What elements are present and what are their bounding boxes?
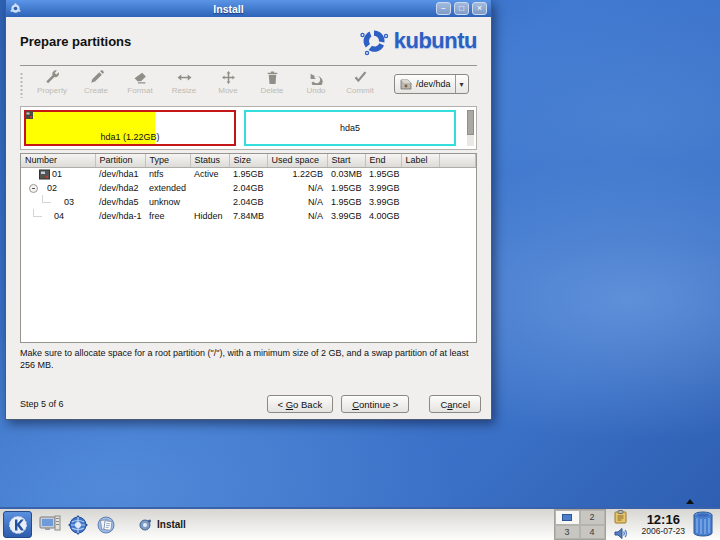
cancel-button[interactable]: Cancel — [429, 395, 481, 413]
tool-label: Move — [218, 86, 238, 95]
window-title: Install — [24, 3, 433, 15]
trash-icon — [265, 70, 280, 85]
kubuntu-logo: kubuntu — [359, 26, 477, 56]
col-end[interactable]: End — [365, 154, 401, 167]
pager-window-thumb — [562, 514, 572, 521]
close-button[interactable]: × — [472, 2, 487, 15]
clock-date: 2006-07-23 — [642, 527, 685, 536]
kubuntu-logo-icon — [359, 26, 389, 56]
col-status[interactable]: Status — [190, 154, 229, 167]
col-number[interactable]: Number — [21, 154, 95, 167]
tool-label: Commit — [346, 86, 374, 95]
wrench-icon — [45, 70, 60, 85]
partition-table: Number Partition Type Status Size Used s… — [20, 153, 477, 343]
col-label[interactable]: Label — [401, 154, 439, 167]
row-number: 03 — [64, 197, 74, 207]
panel-hide-arrow[interactable] — [686, 499, 694, 504]
hda5-label: hda5 — [246, 123, 454, 133]
col-filler — [439, 154, 476, 167]
taskbar-task-install[interactable]: Install — [130, 516, 194, 534]
device-selector[interactable]: /dev/hda ▾ — [394, 74, 469, 94]
disk-row-icon — [39, 169, 50, 180]
eraser-icon — [133, 70, 148, 85]
commit-check-icon — [353, 70, 368, 85]
tool-label: Property — [37, 86, 67, 95]
step-indicator: Step 5 of 6 — [20, 399, 259, 409]
desktop-window-icon — [39, 515, 61, 535]
toolbar: Property Create Format — [20, 66, 477, 106]
undo-button[interactable]: Undo — [294, 70, 338, 95]
col-start[interactable]: Start — [327, 154, 365, 167]
pager-desktop-2[interactable]: 2 — [580, 510, 605, 525]
tool-label: Delete — [260, 86, 283, 95]
col-size[interactable]: Size — [229, 154, 267, 167]
partition-bar-panel: hda1 (1.22GB) hda5 — [20, 106, 477, 150]
window-icon — [10, 3, 21, 14]
partition-bar-hda5[interactable]: hda5 — [244, 110, 456, 146]
klipper-clipboard-icon[interactable] — [614, 510, 627, 524]
volume-icon[interactable] — [614, 527, 628, 540]
konqueror-globe-icon — [67, 514, 89, 536]
maximize-button[interactable]: □ — [454, 2, 469, 15]
install-window: Install − □ × Prepare partitions — [5, 0, 492, 420]
go-back-button[interactable]: < Go Back — [267, 395, 334, 413]
toolbar-grip[interactable] — [20, 72, 23, 98]
tool-label: Undo — [306, 86, 325, 95]
partition-panel-scrollbar[interactable] — [467, 110, 474, 146]
install-task-icon — [138, 518, 152, 532]
documents-globe-icon — [95, 514, 117, 536]
titlebar[interactable]: Install − □ × — [6, 0, 491, 17]
note-text: Make sure to allocate space for a root p… — [20, 348, 482, 371]
minimize-button[interactable]: − — [436, 2, 451, 15]
tree-branch — [42, 195, 51, 203]
commit-button[interactable]: Commit — [338, 70, 382, 95]
resize-button[interactable]: Resize — [162, 70, 206, 95]
collapse-expander-icon[interactable] — [29, 184, 38, 193]
konqueror-launcher[interactable] — [64, 511, 92, 538]
trash-icon[interactable] — [691, 510, 715, 539]
format-button[interactable]: Format — [118, 70, 162, 95]
move-button[interactable]: Move — [206, 70, 250, 95]
table-row[interactable]: 03 /dev/hda5 unknow 2.04GB N/A 1.95GB 3.… — [21, 195, 476, 209]
resize-arrows-icon — [177, 70, 192, 85]
show-desktop-button[interactable] — [36, 511, 64, 538]
pager-desktop-4[interactable]: 4 — [580, 525, 605, 540]
device-selector-value: /dev/hda — [416, 79, 451, 89]
col-partition[interactable]: Partition — [95, 154, 145, 167]
create-icon — [89, 70, 104, 85]
system-launcher[interactable] — [92, 511, 120, 538]
row-number: 01 — [52, 169, 62, 179]
desktop: Install − □ × Prepare partitions — [0, 0, 720, 540]
row-number: 02 — [47, 183, 57, 193]
pager-desktop-3[interactable]: 3 — [555, 525, 580, 540]
table-row[interactable]: 01 /dev/hda1 ntfs Active 1.95GB 1.22GB 0… — [21, 167, 476, 181]
col-used-space[interactable]: Used space — [267, 154, 327, 167]
property-button[interactable]: Property — [30, 70, 74, 95]
desktop-pager: 2 3 4 — [554, 509, 606, 540]
page-title: Prepare partitions — [20, 34, 131, 49]
dropdown-arrow-icon[interactable]: ▾ — [455, 75, 468, 93]
col-type[interactable]: Type — [145, 154, 190, 167]
kubuntu-wordmark: kubuntu — [394, 28, 477, 54]
row-number: 04 — [54, 211, 64, 221]
move-arrows-icon — [221, 70, 236, 85]
undo-arrow-icon — [309, 70, 324, 85]
partition-bar-hda1[interactable]: hda1 (1.22GB) — [24, 110, 236, 146]
hda1-label: hda1 (1.22GB) — [26, 132, 234, 142]
tool-label: Create — [84, 86, 108, 95]
tree-branch — [33, 209, 42, 217]
table-row[interactable]: 04 /dev/hda-1 free Hidden 7.84MB N/A 3.9… — [21, 209, 476, 223]
task-label: Install — [157, 519, 186, 530]
clock-time: 12:16 — [642, 513, 685, 527]
create-button[interactable]: Create — [74, 70, 118, 95]
table-row[interactable]: 02 /dev/hda2 extended 2.04GB N/A 1.95GB … — [21, 181, 476, 195]
table-header-row: Number Partition Type Status Size Used s… — [21, 154, 476, 167]
delete-button[interactable]: Delete — [250, 70, 294, 95]
pager-desktop-1[interactable] — [555, 510, 580, 525]
continue-button[interactable]: Continue > — [341, 395, 409, 413]
kmenu-button[interactable] — [3, 511, 32, 538]
boot-flag-icon — [25, 111, 34, 120]
clock[interactable]: 12:16 2006-07-23 — [642, 513, 685, 536]
window-content: Prepare partitions kubuntu — [6, 17, 491, 420]
harddisk-icon — [399, 79, 412, 90]
